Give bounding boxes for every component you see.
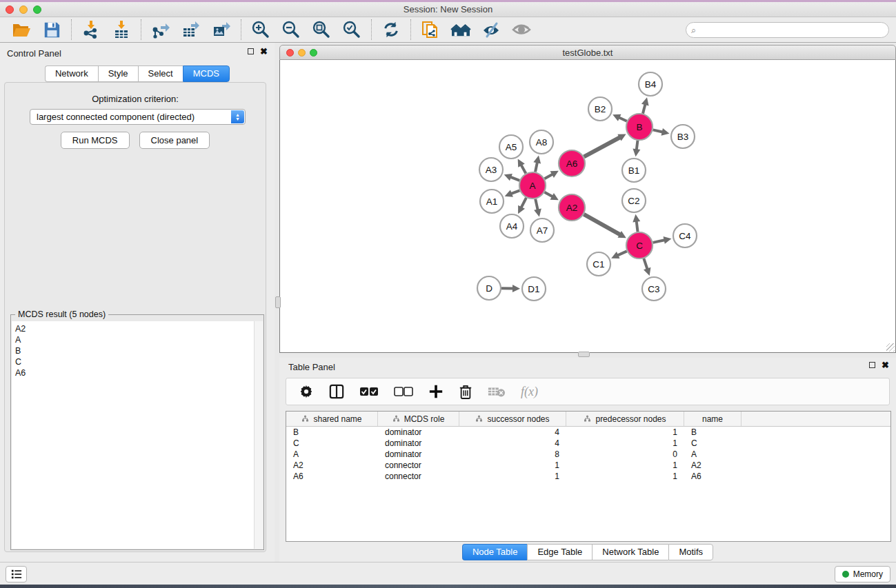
table-cell: 1	[459, 471, 566, 482]
open-session-icon[interactable]	[11, 19, 32, 40]
export-network-icon[interactable]	[150, 19, 171, 40]
float-panel-icon[interactable]	[248, 48, 254, 54]
mcds-result-item[interactable]: C	[15, 356, 263, 367]
delete-table-icon[interactable]	[488, 385, 506, 398]
network-graph[interactable]: AA1A2A3A4A5A6A7A8BB1B2B3B4CC1C2C3C4DD1	[280, 60, 895, 352]
zoom-fit-icon[interactable]	[311, 19, 332, 40]
edge-C-C4[interactable]	[653, 240, 666, 243]
search-input[interactable]	[686, 22, 889, 38]
edge-A-A3[interactable]	[510, 176, 519, 180]
resize-grip-icon[interactable]	[886, 343, 895, 352]
close-panel-button[interactable]: Close panel	[139, 132, 210, 149]
select-all-columns-icon[interactable]	[359, 387, 379, 396]
node-label-A2: A2	[566, 203, 578, 213]
memory-status-icon	[842, 571, 849, 578]
network-overview-icon[interactable]	[450, 19, 471, 40]
edge-C-C1[interactable]	[617, 251, 626, 256]
mcds-result-item[interactable]: A6	[15, 367, 263, 378]
table-row[interactable]: Adominator80A	[286, 449, 890, 460]
export-image-icon[interactable]	[211, 19, 232, 40]
delete-column-trash-icon[interactable]	[459, 384, 472, 399]
zoom-selected-icon[interactable]	[341, 19, 362, 40]
edge-A-A6[interactable]	[544, 174, 553, 179]
edge-A-A1[interactable]	[510, 190, 519, 194]
tab-network[interactable]: Network	[45, 65, 98, 82]
tab-style[interactable]: Style	[98, 65, 138, 82]
table-cell: dominator	[378, 438, 459, 449]
search-icon: ⌕	[691, 25, 696, 36]
save-session-icon[interactable]	[41, 19, 62, 40]
table-row[interactable]: A6connector11A6	[286, 471, 890, 482]
table-tab-motifs[interactable]: Motifs	[668, 544, 713, 560]
node-table[interactable]: shared nameMCDS rolesuccessor nodesprede…	[286, 411, 891, 542]
edge-A-A7[interactable]	[535, 199, 538, 211]
table-row[interactable]: A2connector11A2	[286, 460, 890, 471]
edge-A-A8[interactable]	[535, 161, 537, 172]
table-cell: A6	[684, 471, 741, 482]
mcds-result-item[interactable]: B	[15, 345, 263, 356]
node-label-B1: B1	[628, 165, 640, 176]
mcds-result-list[interactable]: A2ABCA6	[12, 321, 263, 549]
main-window: Session: New Session	[0, 2, 896, 585]
mcds-result-item[interactable]: A2	[15, 323, 263, 334]
edge-B-B3[interactable]	[653, 130, 664, 132]
tab-select[interactable]: Select	[138, 65, 183, 82]
table-tab-node-table[interactable]: Node Table	[462, 544, 528, 560]
optimization-criterion-select[interactable]: largest connected component (directed) ▲…	[30, 109, 246, 125]
network-window-titlebar: testGlobe.txt	[279, 45, 896, 60]
refresh-layout-icon[interactable]	[381, 19, 401, 40]
table-tab-network-table[interactable]: Network Table	[592, 544, 668, 560]
splitter-handle-horizontal[interactable]	[578, 352, 590, 357]
edge-B-B4[interactable]	[643, 103, 646, 114]
node-label-A4: A4	[506, 221, 518, 232]
add-column-icon[interactable]	[428, 384, 444, 399]
show-graphics-eye-icon[interactable]	[511, 19, 532, 40]
close-panel-icon[interactable]: ✖	[260, 48, 268, 54]
column-type-icon	[584, 414, 591, 424]
zoom-out-icon[interactable]	[281, 19, 301, 40]
table-tab-edge-table[interactable]: Edge Table	[527, 544, 592, 560]
table-cell: A	[684, 449, 741, 460]
edge-A6-B[interactable]	[584, 137, 621, 157]
edge-C-C2[interactable]	[637, 221, 638, 232]
edge-C-C3[interactable]	[644, 258, 648, 270]
clone-network-icon[interactable]	[420, 19, 441, 40]
mcds-result-item[interactable]: A	[15, 334, 263, 345]
close-table-panel-icon[interactable]: ✖	[882, 362, 889, 368]
function-builder-icon[interactable]: f(x)	[521, 385, 538, 399]
table-cell: C	[286, 438, 378, 449]
hide-panel-eye-icon[interactable]	[481, 19, 501, 40]
node-label-C3: C3	[648, 284, 659, 294]
column-header-name[interactable]: name	[684, 412, 741, 426]
import-network-icon[interactable]	[81, 19, 101, 40]
splitter-handle-vertical[interactable]	[275, 296, 281, 308]
table-settings-gear-icon[interactable]	[299, 384, 314, 399]
float-table-panel-icon[interactable]	[869, 362, 875, 368]
column-header-successor-nodes[interactable]: successor nodes	[459, 412, 566, 426]
edge-A-A5[interactable]	[521, 164, 526, 173]
import-table-icon[interactable]	[111, 19, 132, 40]
run-mcds-button[interactable]: Run MCDS	[61, 132, 130, 149]
memory-button[interactable]: Memory	[835, 566, 890, 582]
edge-A-A4[interactable]	[521, 198, 526, 208]
table-row[interactable]: Bdominator41B	[286, 427, 890, 438]
column-header-shared-name[interactable]: shared name	[286, 412, 378, 426]
edge-B-B2[interactable]	[618, 117, 626, 121]
table-panel-header: Table Panel ✖	[279, 361, 896, 374]
task-history-button[interactable]	[6, 566, 27, 582]
edge-A2-C[interactable]	[584, 214, 621, 235]
zoom-in-icon[interactable]	[250, 19, 271, 40]
show-columns-icon[interactable]	[329, 384, 344, 399]
deselect-all-columns-icon[interactable]	[394, 387, 413, 396]
tab-mcds[interactable]: MCDS	[183, 65, 230, 82]
result-scrollbar[interactable]	[254, 321, 263, 549]
column-header-predecessor-nodes[interactable]: predecessor nodes	[566, 412, 684, 426]
edge-B-B1[interactable]	[637, 141, 638, 150]
network-canvas[interactable]: AA1A2A3A4A5A6A7A8BB1B2B3B4CC1C2C3C4DD1	[279, 60, 896, 353]
table-row[interactable]: Cdominator41C	[286, 438, 890, 449]
edge-A-A2[interactable]	[544, 192, 553, 197]
export-table-icon[interactable]	[181, 19, 201, 40]
node-label-C: C	[636, 241, 643, 251]
column-header-MCDS-role[interactable]: MCDS role	[378, 412, 459, 426]
mcds-result-title: MCDS result (5 nodes)	[15, 310, 108, 319]
